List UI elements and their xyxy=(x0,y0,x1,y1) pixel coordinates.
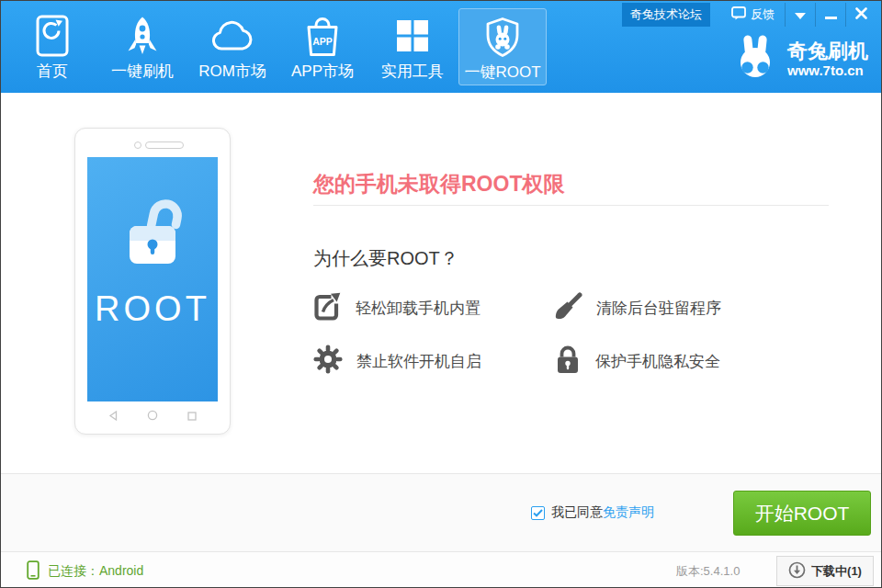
brand-logo: 奇兔刷机 www.7to.cn xyxy=(732,34,868,84)
shield-rabbit-icon xyxy=(482,14,523,60)
download-manager-button[interactable]: 下载中(1) xyxy=(776,556,874,586)
phone-screen: ROOT xyxy=(87,157,218,401)
checkmark-icon xyxy=(533,509,543,517)
disclaimer-link[interactable]: 免责声明 xyxy=(603,504,654,521)
header: 首页 一键刷机 xyxy=(1,1,881,93)
tab-root-label: 一键ROOT xyxy=(464,62,540,83)
home-phone-refresh-icon xyxy=(36,13,69,59)
feedback-label: 反馈 xyxy=(751,6,775,23)
agree-checkbox[interactable] xyxy=(531,506,545,520)
divider xyxy=(313,205,829,206)
android-back-icon xyxy=(108,408,118,424)
feature-privacy: 保护手机隐私安全 xyxy=(554,345,795,378)
section-heading: 为什么要ROOT？ xyxy=(313,246,458,271)
menu-dropdown-button[interactable] xyxy=(786,3,815,27)
close-button[interactable] xyxy=(846,3,876,27)
brand-url: www.7to.cn xyxy=(787,62,868,79)
phone-camera-dot xyxy=(134,141,141,149)
nav-tabs: 首页 一键刷机 xyxy=(8,1,547,85)
screen-root-label: ROOT xyxy=(95,289,210,329)
tab-rom-label: ROM市场 xyxy=(198,61,266,82)
unlocked-padlock-icon xyxy=(107,185,198,277)
feature-label: 轻松卸载手机内置 xyxy=(356,298,481,319)
feature-label: 清除后台驻留程序 xyxy=(596,298,721,319)
connection-text: 已连接：Android xyxy=(48,563,143,580)
app-bag-icon: APP xyxy=(302,13,343,59)
grid-tools-icon xyxy=(395,13,430,59)
tab-app-market[interactable]: APP APP市场 xyxy=(278,8,367,85)
phone-illustration: ROOT xyxy=(74,128,231,435)
app-window: 首页 一键刷机 xyxy=(0,0,882,588)
feedback-button[interactable]: 反馈 xyxy=(721,6,785,23)
action-bar: 我已同意 免责声明 开始ROOT xyxy=(1,473,881,552)
phone-connected-icon xyxy=(27,560,40,582)
uninstall-icon xyxy=(313,291,342,325)
tab-home-label: 首页 xyxy=(37,61,68,82)
feature-label: 禁止软件开机自启 xyxy=(356,351,481,372)
minimize-button[interactable] xyxy=(816,3,845,27)
tab-tools-label: 实用工具 xyxy=(381,61,444,82)
brand-name: 奇兔刷机 xyxy=(787,40,868,62)
minimize-icon xyxy=(825,8,837,22)
cloud-icon xyxy=(210,13,254,59)
app-bag-text: APP xyxy=(312,35,333,46)
download-label: 下载中(1) xyxy=(811,563,862,580)
feature-clean: 清除后台驻留程序 xyxy=(554,291,795,324)
feature-list: 轻松卸载手机内置 清除后台驻留程序 xyxy=(313,291,795,378)
agree-label: 我已同意 xyxy=(551,504,603,521)
tab-tools[interactable]: 实用工具 xyxy=(368,8,457,85)
feedback-bubble-icon xyxy=(731,6,746,23)
page-title: 您的手机未取得ROOT权限 xyxy=(313,170,564,198)
brush-icon xyxy=(554,292,582,324)
tab-one-click-flash[interactable]: 一键刷机 xyxy=(98,8,187,85)
connection-status: 已连接：Android xyxy=(27,560,143,582)
tab-app-label: APP市场 xyxy=(291,61,354,82)
download-icon xyxy=(788,561,806,582)
close-icon xyxy=(855,7,867,22)
chevron-down-icon xyxy=(795,8,806,22)
rabbit-logo-icon xyxy=(732,34,778,84)
rocket-icon xyxy=(124,13,161,59)
tab-one-click-root[interactable]: 一键ROOT xyxy=(458,8,547,85)
lock-icon xyxy=(554,345,582,379)
tab-flash-label: 一键刷机 xyxy=(111,61,174,82)
gear-icon xyxy=(313,345,343,378)
feature-uninstall: 轻松卸载手机内置 xyxy=(313,291,554,324)
start-root-button[interactable]: 开始ROOT xyxy=(733,491,871,536)
feature-autostart: 禁止软件开机自启 xyxy=(313,345,554,378)
tab-home[interactable]: 首页 xyxy=(8,8,96,85)
phone-nav-buttons xyxy=(75,408,230,424)
phone-speaker-bar xyxy=(145,141,184,149)
android-home-icon xyxy=(147,408,158,424)
forum-link[interactable]: 奇兔技术论坛 xyxy=(622,3,710,27)
window-controls: 奇兔技术论坛 反馈 xyxy=(622,3,876,27)
tab-rom-market[interactable]: ROM市场 xyxy=(188,8,277,85)
version-label: 版本:5.4.1.0 xyxy=(676,563,740,580)
status-bar: 已连接：Android 版本:5.4.1.0 下载中(1) xyxy=(1,552,881,587)
android-recent-icon xyxy=(187,408,197,424)
agree-row: 我已同意 免责声明 xyxy=(531,504,654,521)
feature-label: 保护手机隐私安全 xyxy=(595,351,720,372)
